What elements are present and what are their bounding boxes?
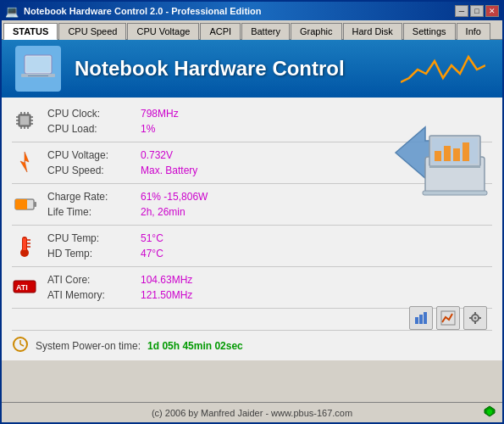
cpu-icon — [12, 108, 39, 135]
tab-acpi[interactable]: ACPI — [200, 23, 241, 40]
svg-rect-36 — [453, 148, 460, 161]
power-section: System Power-on time: 1d 05h 45min 02sec — [12, 330, 492, 355]
maximize-button[interactable]: □ — [470, 5, 484, 17]
svg-rect-5 — [20, 116, 29, 125]
chart-icon-button[interactable] — [409, 306, 433, 330]
cpu-clock-label: CPU Clock: — [47, 106, 141, 121]
minimize-button[interactable]: ─ — [455, 5, 468, 17]
battery-icon — [12, 191, 39, 218]
settings-icon-button[interactable] — [463, 306, 487, 330]
titlebar-controls: ─ □ ✕ — [455, 5, 499, 17]
power-value: 1d 05h 45min 02sec — [147, 340, 243, 352]
svg-point-45 — [474, 317, 477, 320]
laptop-icon — [15, 46, 61, 92]
svg-rect-21 — [34, 202, 36, 207]
temp-icon — [12, 232, 39, 259]
svg-marker-18 — [20, 152, 29, 172]
temp-section: CPU Temp: 51°C HD Temp: 47°C — [12, 231, 492, 267]
gpu-memory-label: ATI Memory: — [47, 287, 141, 303]
action-icons — [409, 306, 487, 330]
hdtemp-value: 47°C — [141, 246, 163, 261]
svg-rect-24 — [23, 238, 26, 250]
tab-info[interactable]: Info — [457, 23, 490, 40]
svg-rect-38 — [429, 165, 480, 168]
lifetime-value: 2h, 26min — [141, 204, 186, 220]
svg-rect-1 — [26, 57, 50, 72]
gpu-memory-value: 121.50MHz — [141, 287, 192, 303]
header-title: Notebook Hardware Control — [75, 57, 345, 81]
hdtemp-label: HD Temp: — [47, 246, 141, 261]
temp-data: CPU Temp: 51°C HD Temp: 47°C — [47, 231, 492, 261]
gpu-data: ATI Core: 104.63MHz ATI Memory: 121.50MH… — [47, 272, 492, 303]
header-banner: Notebook Hardware Control — [2, 40, 502, 98]
cpu-load-label: CPU Load: — [47, 121, 141, 137]
gpu-section: ATI ATI Core: 104.63MHz ATI Memory: 121.… — [12, 272, 492, 309]
svg-rect-34 — [435, 151, 441, 161]
graph-icon-button[interactable] — [436, 306, 460, 330]
svg-rect-20 — [15, 199, 27, 209]
svg-rect-40 — [415, 317, 418, 324]
gpu-core-value: 104.63MHz — [141, 272, 192, 287]
charge-label: Charge Rate: — [47, 189, 141, 204]
cpu-load-value: 1% — [141, 121, 155, 137]
voltage-value: 0.732V — [141, 148, 173, 163]
cpu-clock-value: 798MHz — [141, 106, 179, 121]
power-clock-icon — [12, 336, 29, 355]
close-button[interactable]: ✕ — [485, 5, 499, 17]
laptop-graphic-decoration — [379, 110, 489, 195]
svg-line-52 — [20, 344, 24, 346]
svg-rect-41 — [419, 315, 423, 324]
main-content: CPU Clock: 798MHz CPU Load: 1% CPU Volta… — [2, 98, 502, 360]
svg-rect-39 — [423, 191, 487, 195]
tab-harddisk[interactable]: Hard Disk — [343, 23, 402, 40]
svg-rect-35 — [444, 146, 451, 161]
svg-rect-3 — [28, 75, 48, 76]
tabs-area: STATUS CPU Speed CPU Voltage ACPI Batter… — [2, 20, 502, 40]
cputemp-label: CPU Temp: — [47, 231, 141, 246]
tab-battery[interactable]: Battery — [241, 23, 290, 40]
titlebar-title: Notebook Hardware Control 2.0 - Professi… — [24, 6, 262, 16]
titlebar: 💻 Notebook Hardware Control 2.0 - Profes… — [2, 2, 502, 20]
voltage-icon — [12, 149, 39, 176]
svg-text:ATI: ATI — [16, 283, 28, 292]
footer: (c) 2006 by Manfred Jaider - www.pbus-16… — [2, 402, 502, 422]
gem-icon — [484, 405, 496, 419]
speed-label: CPU Speed: — [47, 163, 141, 178]
tab-graphic[interactable]: Graphic — [291, 23, 342, 40]
titlebar-left: 💻 Notebook Hardware Control 2.0 - Profes… — [5, 5, 262, 18]
svg-rect-37 — [462, 142, 469, 161]
lifetime-label: Life Time: — [47, 204, 141, 220]
speed-value: Max. Battery — [141, 163, 197, 178]
power-label: System Power-on time: — [36, 340, 141, 352]
tab-cpuspeed[interactable]: CPU Speed — [58, 23, 126, 40]
cputemp-value: 51°C — [141, 231, 163, 246]
tab-settings[interactable]: Settings — [403, 23, 456, 40]
wave-decoration — [401, 48, 485, 93]
app-icon: 💻 — [5, 5, 19, 18]
voltage-label: CPU Voltage: — [47, 148, 141, 163]
gpu-icon: ATI — [12, 274, 39, 301]
tab-cpuvoltage[interactable]: CPU Voltage — [127, 23, 199, 40]
svg-rect-42 — [424, 312, 427, 324]
main-tabs: STATUS CPU Speed CPU Voltage ACPI Batter… — [2, 20, 502, 39]
gpu-core-label: ATI Core: — [47, 272, 141, 287]
tab-status[interactable]: STATUS — [3, 23, 58, 40]
charge-value: 61% -15,806W — [141, 189, 208, 204]
footer-text: (c) 2006 by Manfred Jaider - www.pbus-16… — [152, 408, 352, 418]
